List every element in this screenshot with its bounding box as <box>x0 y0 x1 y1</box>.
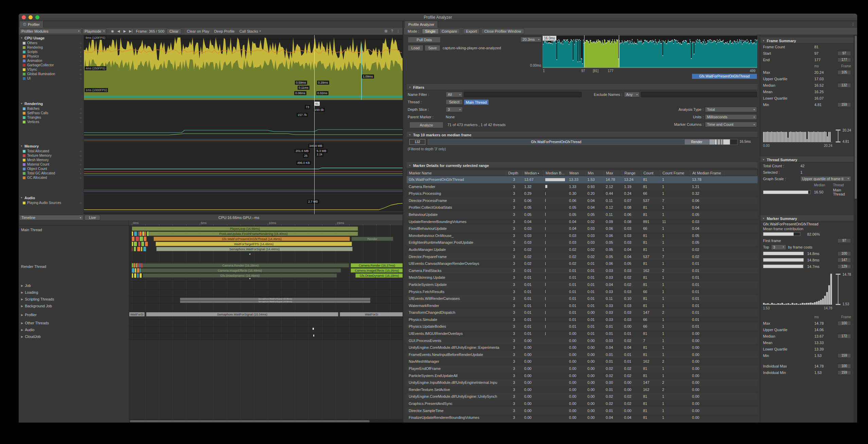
range-handle-bottom[interactable] <box>836 141 840 142</box>
median-frame-box[interactable]: 132 <box>409 139 425 145</box>
table-row[interactable]: TransformChangedDispatch30.010.010.000.0… <box>407 309 758 316</box>
table-row[interactable]: Physics.UpdateBodies30.010.010.010.010.0… <box>407 323 758 330</box>
tab-profile-analyzer[interactable]: Profile Analyzer <box>405 21 438 28</box>
table-row[interactable]: ParticleSystem.EndUpdateAll30.000.000.00… <box>407 372 758 379</box>
legend-item-animation[interactable]: Animation= <box>19 58 84 63</box>
table-row[interactable]: FinalizeUpdateRendererBoundingVolumes30.… <box>407 414 758 421</box>
table-row[interactable]: UIEvents.WillRenderCanvases30.010.010.01… <box>407 295 758 302</box>
exclude-mode-dropdown[interactable]: Any▾ <box>624 92 640 97</box>
menu-icon[interactable]: ⋮ <box>850 21 856 27</box>
timeline-bar-gfx-drawdynamic-15-46ms[interactable]: Gfx.DrawDynamic (15.46ms) <box>143 273 337 278</box>
legend-item-global-illumination[interactable]: Global Illumination= <box>19 72 84 76</box>
timeline-canvas[interactable]: PlayerLoop (16.65ms)PostLateUpdate.Finis… <box>129 226 403 419</box>
module-header-memory[interactable]: ▼Memory <box>19 143 84 149</box>
analyze-button[interactable]: Analyze <box>409 122 443 128</box>
table-row[interactable]: Gfx.WaitForPresentOnGfxThread313.6713.33… <box>407 176 758 183</box>
clear-button[interactable]: Clear <box>166 29 181 34</box>
legend-item-material-count[interactable]: Material Count= <box>19 162 84 167</box>
pull-data-button[interactable]: Pull Data <box>408 37 441 43</box>
top10-segment[interactable] <box>709 139 715 144</box>
scrollbar-thumb[interactable] <box>130 420 370 422</box>
call-stacks-toggle[interactable]: Call Stacks▾ <box>237 29 263 33</box>
current-frame-button[interactable]: ▶| <box>128 29 134 34</box>
collapsed-group-icon[interactable]: ▼ <box>249 253 251 255</box>
section-header-frame-summary[interactable]: ▼Frame Summary <box>760 38 854 44</box>
legend-item-total-allocated[interactable]: Total Allocated= <box>19 149 84 153</box>
load-button[interactable]: Load <box>408 45 423 51</box>
table-row[interactable]: Profiler.CollectGlobalStats30.050.050.04… <box>407 204 758 211</box>
column-header-at-median-frame[interactable]: At Median Frame <box>690 170 724 176</box>
top10-segment[interactable]: Render <box>685 139 709 144</box>
scrollbar-thumb[interactable] <box>855 36 857 199</box>
close-profiler-window-button[interactable]: Close Profiler Window <box>481 29 524 34</box>
module-header-audio[interactable]: ▼Audio <box>19 195 84 201</box>
charts-area[interactable]: 8ms (120FPS) 4ms (250FPS) 1ms (1000FPS) … <box>84 35 403 214</box>
thread-label-audio[interactable]: ▶Audio <box>21 328 127 332</box>
thread-label-render-thread[interactable]: Render Thread <box>21 264 127 269</box>
table-row[interactable]: WatermarkRender30.010.010.010.030.038110… <box>407 302 758 309</box>
frame-button[interactable]: 97 <box>837 51 851 56</box>
table-row[interactable]: UnityEngine.CoreModule.dll!UnityEngine::… <box>407 393 758 400</box>
selected-thread-chip[interactable]: Main Thread <box>464 100 489 105</box>
timeline-bar-semaphore-waitforsignal-16-66ms[interactable]: Semaphore.WaitForSignal (16.66ms) <box>180 301 370 303</box>
timeline-bar-gfx-waitforpresentongfxthread-14-46ms[interactable]: Gfx.WaitForPresentOnGfxThread (14.46ms) <box>154 237 350 241</box>
layout-icon[interactable]: ⊞ <box>383 29 389 34</box>
table-row[interactable]: RenderTexture.SetActive30.000.000.000.01… <box>407 386 758 393</box>
module-header-rendering[interactable]: ▼Rendering <box>19 101 84 106</box>
table-row[interactable]: PlayerEndOfFrame30.000.000.000.020.02811… <box>407 365 758 372</box>
frame-button[interactable]: 100 <box>837 251 851 256</box>
frame-button[interactable]: 100 <box>837 321 851 326</box>
mode-compare-button[interactable]: Compare <box>439 29 460 34</box>
top10-stacked-bar[interactable]: Gfx.WaitForPresentOnGfxThreadRender <box>428 139 738 145</box>
table-row[interactable]: UnityEngine.InputModule.dll!UnityEngineI… <box>407 379 758 386</box>
top-n-dropdown[interactable]: 3▾ <box>771 244 786 250</box>
table-row[interactable]: EnlightenRuntimeManager.PostUpdate30.030… <box>407 239 758 246</box>
timeline-bar-playerloop-16-65ms[interactable]: PlayerLoop (16.65ms) <box>132 226 358 231</box>
selected-marker-label[interactable]: Gfx.WaitForPresentOnGfxThread <box>692 74 757 79</box>
range-handle-top[interactable] <box>836 130 840 131</box>
table-row[interactable]: MeshSkinning.Update30.010.010.010.030.02… <box>407 274 758 281</box>
frame-button[interactable]: 105 <box>837 70 851 75</box>
timeline-bar-postlateupdate-finishframerendering-15-40ms[interactable]: PostLateUpdate.FinishFrameRendering (15.… <box>149 232 358 236</box>
frame-button[interactable]: 132 <box>837 83 851 88</box>
collapsed-group-icon[interactable]: ▼ <box>249 277 251 280</box>
table-row[interactable]: UpdateRendererBoundingVolumes30.040.040.… <box>407 218 758 225</box>
column-header-marker-name[interactable]: Marker Name <box>407 170 506 176</box>
thread-label-profiler[interactable]: ▶Profiler <box>21 313 127 317</box>
table-row[interactable]: SetCreationJobs30.000.000.000.010.018110… <box>407 421 758 423</box>
mode-single-button[interactable]: Single <box>422 29 439 34</box>
table-row[interactable]: GUI.ProcessEvents30.000.000.000.030.0271… <box>407 337 758 344</box>
section-header-top10[interactable]: ▼Top 10 markers on median frame <box>407 132 758 138</box>
table-row[interactable]: Physics.FetchResults30.010.010.010.030.0… <box>407 288 758 295</box>
column-header-min[interactable]: Min <box>586 170 604 176</box>
table-row[interactable]: UIEvents.IMGUIRenderOverlays30.010.000.0… <box>407 330 758 337</box>
table-row[interactable]: Graphics.PresentAndSync30.000.000.000.02… <box>407 400 758 407</box>
prev-frame-button[interactable]: ◀ <box>116 29 122 34</box>
column-header-mean[interactable]: Mean <box>567 170 586 176</box>
frame-button[interactable]: 100 <box>837 364 851 369</box>
thread-label-scripting-threads[interactable]: ▶Scripting Threads <box>21 297 127 301</box>
legend-item-gc-allocated[interactable]: GC Allocated= <box>19 175 84 180</box>
legend-item-batches[interactable]: Batches= <box>19 106 84 111</box>
legend-item-total-gc-allocated[interactable]: Total GC Allocated= <box>19 171 84 175</box>
frame-button[interactable]: 159 <box>837 370 851 375</box>
timeline-bar-render[interactable]: Render <box>351 237 393 241</box>
module-header-cpu-usage[interactable]: ▼CPU Usage <box>19 35 84 41</box>
thread-select-button[interactable]: Select <box>446 99 463 105</box>
frame-button[interactable]: 147 <box>837 258 851 262</box>
table-row[interactable]: Director.PrepareFrame30.020.020.020.050.… <box>407 253 758 260</box>
marker-table[interactable]: Gfx.WaitForPresentOnGfxThread313.6713.33… <box>407 176 758 423</box>
timeline-bar-waitfortargetfps-14-46ms[interactable]: WaitForTargetFPS (14.46ms) <box>156 242 352 246</box>
column-header-max[interactable]: Max <box>604 170 622 176</box>
legend-item-setpass-calls[interactable]: SetPass Calls= <box>19 111 84 115</box>
legend-item-others[interactable]: Others= <box>19 41 84 45</box>
frame-button[interactable]: 97 <box>837 238 851 243</box>
timeline-bar-semaphore-waitforsignal-14-44ms[interactable]: Semaphore.WaitForSignal (14.44ms) <box>156 247 353 251</box>
table-row[interactable]: Director.ProcessFrame30.060.060.040.110.… <box>407 197 758 204</box>
legend-item-rendering[interactable]: Rendering= <box>19 45 84 50</box>
name-filter-mode-dropdown[interactable]: All▾ <box>446 92 463 97</box>
exclude-filter-input[interactable] <box>641 92 757 97</box>
menu-icon[interactable]: ⋮ <box>395 29 401 34</box>
thread-label-job[interactable]: ▶Job <box>21 284 127 288</box>
legend-item-triangles[interactable]: Triangles= <box>19 115 84 120</box>
